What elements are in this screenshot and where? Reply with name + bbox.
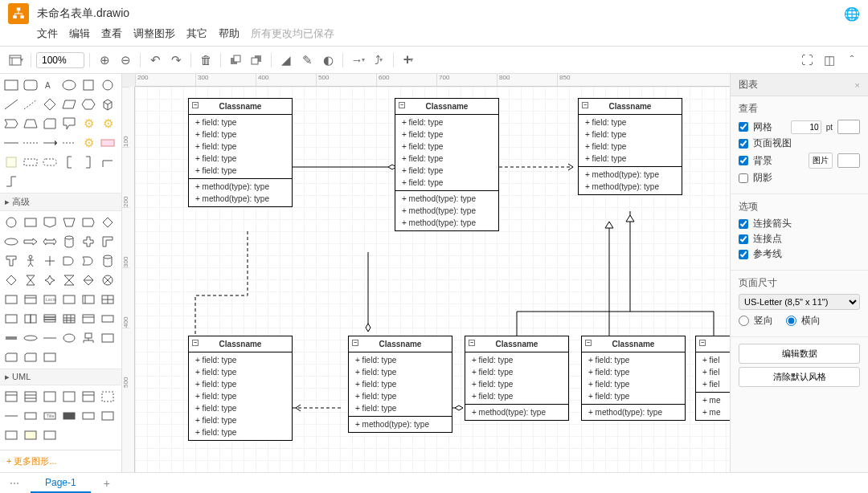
guides-checkbox[interactable] xyxy=(739,250,748,259)
shape-uml-10[interactable] xyxy=(59,406,79,426)
shape-adv-window[interactable] xyxy=(21,290,40,309)
shape-step[interactable] xyxy=(2,114,21,133)
shape-uml-14[interactable] xyxy=(21,426,40,445)
shape-adv-rect2[interactable] xyxy=(2,290,21,309)
shape-adv-sum[interactable] xyxy=(98,271,117,290)
menu-edit[interactable]: 编辑 xyxy=(69,27,90,41)
shape-adv-hourglass[interactable] xyxy=(21,271,40,290)
fullscreen-icon[interactable]: ⛶ xyxy=(797,51,817,70)
shape-card[interactable] xyxy=(40,114,59,133)
menu-view[interactable]: 查看 xyxy=(101,27,122,41)
shape-adv-5[interactable] xyxy=(79,213,98,232)
clear-style-button[interactable]: 清除默认风格 xyxy=(739,367,860,387)
language-icon[interactable]: 🌐 xyxy=(844,6,860,22)
shape-adv-collate[interactable] xyxy=(59,271,79,290)
connection-icon[interactable]: →▾ xyxy=(348,51,367,70)
shape-uml-1[interactable] xyxy=(2,387,21,406)
shape-uml-2[interactable] xyxy=(21,387,40,406)
shape-uml-11[interactable] xyxy=(79,406,98,426)
background-checkbox[interactable] xyxy=(739,156,748,165)
shape-adv-plus[interactable] xyxy=(40,251,59,271)
shape-adv-43[interactable] xyxy=(2,348,21,367)
grid-checkbox[interactable] xyxy=(739,122,748,132)
shape-note[interactable] xyxy=(2,153,21,172)
zoom-out-icon[interactable]: ⊖ xyxy=(116,51,135,70)
shape-trapezoid[interactable] xyxy=(21,114,40,133)
shape-adv-db[interactable] xyxy=(98,251,117,271)
shape-adv-6[interactable] xyxy=(98,213,117,232)
shape-uml-4[interactable] xyxy=(59,387,79,406)
shape-hexagon[interactable] xyxy=(79,95,98,114)
section-advanced-header[interactable]: ▸ 高级 xyxy=(0,193,121,211)
shape-adv-tee[interactable] xyxy=(2,251,21,271)
shape-uml-6[interactable] xyxy=(98,387,117,406)
shape-adv-and[interactable] xyxy=(59,251,79,271)
shape-uml-8[interactable] xyxy=(21,406,40,426)
image-button[interactable]: 图片 xyxy=(809,153,833,169)
grid-color-swatch[interactable] xyxy=(837,120,860,134)
shape-uml-9[interactable]: Title xyxy=(40,406,59,426)
shape-elbow2[interactable] xyxy=(2,172,21,191)
shape-adv-1[interactable] xyxy=(2,213,21,232)
uml-class[interactable]: −Classname+ field: type+ field: type+ fi… xyxy=(348,336,452,433)
shape-adv-42[interactable] xyxy=(98,328,117,348)
view-mode-button[interactable]: ▾ xyxy=(6,51,26,70)
shape-dashed-line[interactable] xyxy=(21,95,40,114)
menu-extras[interactable]: 其它 xyxy=(186,27,207,41)
shape-adv-corner[interactable] xyxy=(98,232,117,251)
conn-arrows-checkbox[interactable] xyxy=(739,219,748,229)
uml-class[interactable]: −Classname+ field: type+ field: type+ fi… xyxy=(395,98,499,231)
more-shapes-link[interactable]: + 更多图形... xyxy=(0,450,121,472)
shape-adv-or[interactable] xyxy=(79,251,98,271)
shape-uml-15[interactable] xyxy=(40,426,59,445)
shape-uml-13[interactable] xyxy=(2,426,21,445)
shape-adv-33[interactable] xyxy=(40,309,59,328)
section-uml-header[interactable]: ▸ UML xyxy=(0,369,121,385)
shape-adv-32[interactable] xyxy=(21,309,40,328)
shape-adv-31[interactable] xyxy=(2,309,21,328)
landscape-radio[interactable] xyxy=(786,316,796,326)
shape-roundrect-d[interactable] xyxy=(40,153,59,172)
shape-adv-cross[interactable] xyxy=(79,232,98,251)
uml-class[interactable]: −Classname+ field: type+ field: type+ fi… xyxy=(578,98,682,195)
shape-adv-44[interactable] xyxy=(21,348,40,367)
shape-connector2[interactable] xyxy=(59,133,79,153)
menu-help[interactable]: 帮助 xyxy=(219,27,240,41)
shape-uml-12[interactable] xyxy=(98,406,117,426)
shape-adv-39[interactable] xyxy=(40,328,59,348)
shape-elbow[interactable] xyxy=(98,153,117,172)
shape-rect-d[interactable] xyxy=(21,153,40,172)
menu-file[interactable]: 文件 xyxy=(37,27,58,41)
tab-menu-icon[interactable]: ⋯ xyxy=(5,478,24,489)
shadow-checkbox[interactable] xyxy=(739,173,748,183)
conn-points-checkbox[interactable] xyxy=(739,234,748,244)
shape-adv-37[interactable] xyxy=(2,328,21,348)
shadow-icon[interactable]: ◐ xyxy=(318,51,338,70)
shape-adv-3[interactable] xyxy=(40,213,59,232)
shape-text[interactable]: A xyxy=(40,75,59,95)
shape-connector[interactable] xyxy=(40,133,59,153)
redo-icon[interactable]: ↷ xyxy=(166,51,186,70)
shape-hline[interactable] xyxy=(2,133,21,153)
shape-adv-34[interactable] xyxy=(59,309,79,328)
shape-adv-list[interactable]: List item xyxy=(40,290,59,309)
uml-class[interactable]: −Classname+ field: type+ field: type+ fi… xyxy=(581,336,686,421)
zoom-in-icon[interactable]: ⊕ xyxy=(95,51,114,70)
shape-dashed-hline[interactable] xyxy=(21,133,40,153)
shape-bracket-r[interactable] xyxy=(79,153,98,172)
portrait-radio[interactable] xyxy=(739,316,749,326)
to-back-icon[interactable] xyxy=(247,51,266,70)
shape-adv-36[interactable] xyxy=(98,309,117,328)
shape-adv-actor[interactable] xyxy=(21,251,40,271)
shape-gear1[interactable]: ⚙ xyxy=(79,114,98,133)
shape-adv-cylinder[interactable] xyxy=(59,232,79,251)
shape-bracket-l[interactable] xyxy=(59,153,79,172)
shape-adv-star4[interactable] xyxy=(40,271,59,290)
grid-size-input[interactable] xyxy=(791,120,821,134)
uml-class[interactable]: − + fiel+ fiel+ fiel+ me+ me xyxy=(695,336,730,421)
canvas[interactable]: −Classname+ field: type+ field: type+ fi… xyxy=(135,87,730,472)
shape-adv-darrow[interactable] xyxy=(40,232,59,251)
to-front-icon[interactable] xyxy=(226,51,245,70)
menu-arrange[interactable]: 调整图形 xyxy=(133,27,175,41)
shape-gear3[interactable]: ⚙ xyxy=(79,133,98,153)
